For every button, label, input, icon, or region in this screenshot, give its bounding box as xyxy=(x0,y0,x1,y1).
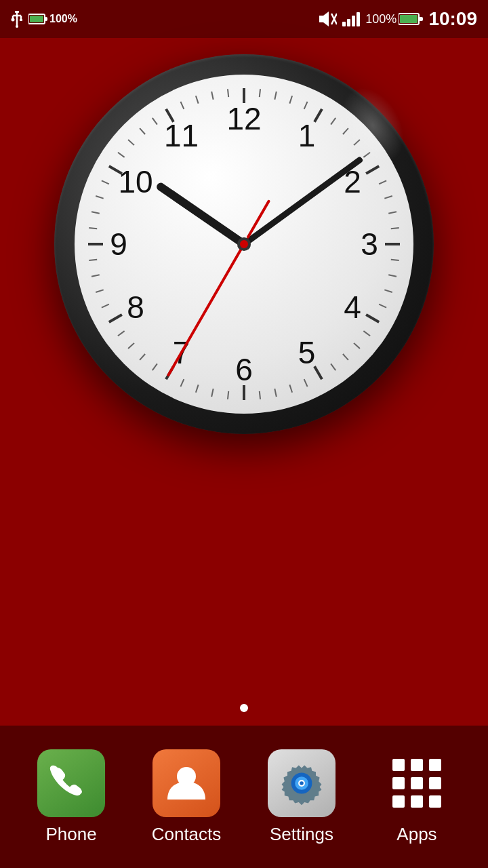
status-time: 10:09 xyxy=(428,8,477,30)
svg-text:8: 8 xyxy=(127,290,144,325)
svg-rect-52 xyxy=(274,389,277,397)
svg-rect-77 xyxy=(227,89,229,97)
settings-app-icon[interactable] xyxy=(268,749,336,817)
svg-rect-22 xyxy=(365,313,380,323)
svg-rect-70 xyxy=(117,152,125,158)
svg-rect-30 xyxy=(259,89,261,97)
svg-rect-68 xyxy=(96,195,104,199)
dock-item-settings[interactable]: Settings xyxy=(254,749,349,845)
svg-rect-42 xyxy=(391,259,399,261)
svg-rect-17 xyxy=(419,17,423,21)
svg-point-100 xyxy=(300,781,304,785)
clock-face: // Inline tick rendering not possible in… xyxy=(75,75,413,414)
svg-rect-49 xyxy=(330,363,336,371)
svg-rect-73 xyxy=(152,117,158,125)
svg-rect-24 xyxy=(243,385,245,400)
svg-text:1: 1 xyxy=(298,118,316,153)
svg-rect-103 xyxy=(429,759,441,771)
svg-rect-41 xyxy=(391,227,399,229)
svg-rect-59 xyxy=(139,353,146,360)
svg-text:5: 5 xyxy=(298,335,316,370)
svg-rect-71 xyxy=(127,139,134,146)
svg-rect-34 xyxy=(330,117,336,125)
svg-rect-63 xyxy=(96,289,104,293)
settings-label: Settings xyxy=(270,824,333,845)
svg-rect-31 xyxy=(274,92,277,100)
svg-rect-38 xyxy=(379,180,387,185)
svg-rect-43 xyxy=(388,274,396,277)
svg-rect-69 xyxy=(101,180,109,185)
svg-rect-27 xyxy=(88,243,103,245)
svg-rect-10 xyxy=(30,16,43,22)
svg-text:11: 11 xyxy=(164,118,199,153)
svg-rect-109 xyxy=(429,795,441,808)
signal-bar-1 xyxy=(342,22,346,26)
clock-outer: // Inline tick rendering not possible in… xyxy=(54,54,434,434)
svg-rect-74 xyxy=(180,101,185,109)
svg-text:3: 3 xyxy=(361,226,378,262)
svg-rect-32 xyxy=(289,96,293,104)
dock-item-apps[interactable]: Apps xyxy=(369,749,464,845)
signal-bar-4 xyxy=(357,12,360,26)
apps-label: Apps xyxy=(396,824,436,845)
battery-small-icon xyxy=(28,14,47,24)
svg-rect-65 xyxy=(89,259,97,261)
svg-rect-45 xyxy=(379,304,387,309)
apps-grid-icon xyxy=(390,756,444,810)
svg-rect-33 xyxy=(304,101,308,109)
svg-rect-26 xyxy=(108,313,123,323)
svg-point-5 xyxy=(12,18,15,22)
phone-icon xyxy=(49,762,93,805)
phone-label: Phone xyxy=(45,824,96,845)
mute-icon xyxy=(315,10,337,28)
svg-rect-90 xyxy=(155,181,252,251)
battery-small: 100% xyxy=(28,13,77,25)
status-right: 100% 10:09 xyxy=(315,8,477,30)
contacts-app-icon[interactable] xyxy=(152,749,220,817)
clock-widget[interactable]: // Inline tick rendering not possible in… xyxy=(54,54,434,434)
svg-rect-44 xyxy=(384,289,392,293)
battery-small-percent: 100% xyxy=(49,13,77,25)
page-dot-active xyxy=(240,704,248,712)
signal-bars xyxy=(342,12,360,26)
dock: Phone Contacts Settings xyxy=(0,726,488,868)
svg-rect-20 xyxy=(365,165,380,174)
signal-bar-3 xyxy=(352,16,355,26)
svg-rect-39 xyxy=(384,195,392,199)
dock-item-phone[interactable]: Phone xyxy=(24,749,119,845)
svg-rect-108 xyxy=(411,795,423,808)
dock-item-contacts[interactable]: Contacts xyxy=(139,749,234,845)
apps-app-icon[interactable] xyxy=(383,749,451,817)
svg-rect-61 xyxy=(117,330,125,336)
svg-rect-4 xyxy=(15,11,19,13)
svg-rect-16 xyxy=(400,15,418,23)
contacts-label: Contacts xyxy=(152,824,222,845)
svg-rect-54 xyxy=(227,391,229,399)
svg-rect-57 xyxy=(180,379,185,387)
svg-rect-6 xyxy=(20,19,22,21)
svg-text:10: 10 xyxy=(118,164,152,199)
svg-rect-21 xyxy=(385,243,400,245)
svg-rect-76 xyxy=(211,92,214,100)
battery-full-icon xyxy=(399,13,423,25)
svg-rect-50 xyxy=(304,379,308,387)
svg-rect-104 xyxy=(392,777,405,789)
svg-rect-46 xyxy=(363,330,371,336)
svg-rect-101 xyxy=(392,759,405,771)
svg-rect-72 xyxy=(139,127,146,134)
signal-bar-2 xyxy=(347,19,350,26)
svg-rect-105 xyxy=(411,777,423,789)
svg-rect-67 xyxy=(92,211,100,214)
svg-rect-102 xyxy=(411,759,423,771)
svg-rect-47 xyxy=(353,342,360,349)
svg-rect-58 xyxy=(152,363,158,371)
svg-rect-40 xyxy=(388,211,396,214)
contacts-icon xyxy=(165,762,208,805)
svg-rect-60 xyxy=(127,342,134,349)
svg-rect-55 xyxy=(211,389,214,397)
status-left: 100% xyxy=(11,10,77,28)
status-bar: 100% 100% 10:09 xyxy=(0,0,488,38)
svg-rect-11 xyxy=(45,17,47,21)
usb-icon xyxy=(11,10,23,28)
phone-app-icon[interactable] xyxy=(37,749,105,817)
